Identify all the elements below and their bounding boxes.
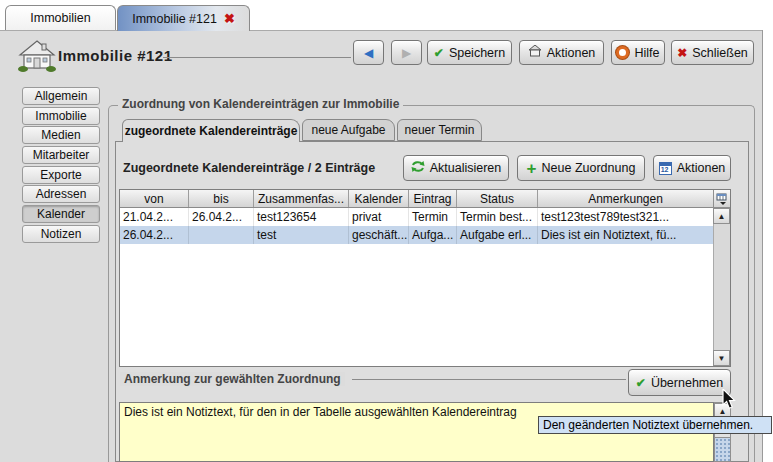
- save-button-label: Speichern: [449, 46, 505, 60]
- column-header-bis[interactable]: bis: [189, 190, 254, 207]
- refresh-icon: [411, 160, 425, 176]
- column-header-status[interactable]: Status: [457, 190, 538, 207]
- cell-anmerkungen: test123test789test321...: [538, 208, 713, 226]
- back-button[interactable]: ◀: [353, 40, 384, 65]
- table-header-row: von bis Zusammenfas... Kalender Eintrag …: [120, 190, 713, 208]
- close-button-label: Schließen: [692, 46, 748, 60]
- cell-eintrag: Termin: [409, 208, 457, 226]
- tab-neuer-termin[interactable]: neuer Termin: [397, 119, 482, 141]
- cell-kalender: geschäft...: [349, 226, 409, 244]
- table-config-icon: [716, 193, 728, 205]
- new-assignment-label: Neue Zuordnung: [542, 161, 636, 175]
- note-section-title: Anmerkung zur gewählten Zuordnung: [120, 372, 345, 386]
- sidebar-label: Mitarbeiter: [33, 148, 90, 162]
- sidebar-item-mitarbeiter[interactable]: Mitarbeiter: [22, 146, 100, 164]
- close-tab-icon[interactable]: ✖: [224, 11, 235, 26]
- sidebar-label: Exporte: [40, 168, 81, 182]
- column-config-button[interactable]: [713, 190, 730, 208]
- calendar-icon: 12: [659, 162, 672, 175]
- sidebar-item-medien[interactable]: Medien: [22, 126, 100, 144]
- inner-tab-label: zugeordnete Kalendereinträge: [125, 124, 298, 138]
- refresh-button[interactable]: Aktualisieren: [403, 155, 509, 181]
- save-button[interactable]: ✔ Speichern: [427, 40, 512, 65]
- mouse-cursor: [722, 389, 737, 413]
- table-row-selected[interactable]: 26.04.2... test geschäft... Aufga... Auf…: [120, 226, 713, 244]
- cell-bis: 26.04.2...: [189, 208, 254, 226]
- check-icon: ✔: [434, 47, 444, 59]
- lifebuoy-icon: [616, 46, 629, 59]
- column-header-kalender[interactable]: Kalender: [349, 190, 409, 207]
- table-actions-label: Aktionen: [677, 161, 726, 175]
- tab-immobilien[interactable]: Immobilien: [5, 5, 116, 30]
- forward-button[interactable]: ▶: [391, 40, 422, 65]
- column-header-eintrag[interactable]: Eintrag: [409, 190, 457, 207]
- tab-neue-aufgabe[interactable]: neue Aufgabe: [302, 119, 395, 141]
- column-header-anmerkungen[interactable]: Anmerkungen: [538, 190, 713, 207]
- note-text: Dies ist ein Notiztext, für den in der T…: [124, 405, 517, 419]
- new-assignment-button[interactable]: + Neue Zuordnung: [517, 155, 645, 181]
- apply-note-label: Übernehmen: [651, 376, 723, 390]
- tab-label: Immobilie #121: [132, 12, 217, 26]
- column-header-von[interactable]: von: [120, 190, 189, 207]
- title-separator: [163, 57, 351, 58]
- cell-eintrag: Aufga...: [409, 226, 457, 244]
- note-section-line: [352, 379, 626, 380]
- scroll-down-button[interactable]: ▼: [713, 350, 730, 366]
- sidebar-item-kalender[interactable]: Kalender: [22, 205, 100, 223]
- house-small-icon: [528, 45, 542, 60]
- sidebar-label: Immobilie: [35, 109, 86, 123]
- refresh-button-label: Aktualisieren: [430, 161, 502, 175]
- table-row[interactable]: 21.04.2... 26.04.2... test123654 privat …: [120, 208, 713, 226]
- check-icon: ✔: [636, 377, 646, 389]
- table-actions-button[interactable]: 12 Aktionen: [653, 155, 731, 181]
- sidebar-item-immobilie[interactable]: Immobilie: [22, 107, 100, 125]
- window-right-border: [762, 30, 763, 462]
- tab-label: Immobilien: [30, 11, 90, 25]
- plus-icon: +: [527, 160, 537, 177]
- close-x-icon: ✖: [677, 47, 687, 59]
- column-header-zusammenfassung[interactable]: Zusammenfas...: [254, 190, 349, 207]
- tooltip: Den geänderten Notiztext übernehmen.: [538, 416, 772, 434]
- application-window: Immobilien Immobilie #121 ✖ Immobilie #1…: [0, 0, 773, 462]
- cell-bis: [189, 226, 254, 244]
- sidebar-label: Medien: [41, 128, 80, 142]
- up-arrow-icon: ▲: [718, 212, 726, 221]
- sidebar-item-allgemein[interactable]: Allgemein: [22, 87, 100, 105]
- page-title: Immobilie #121: [58, 47, 173, 64]
- down-arrow-icon: ▼: [718, 354, 726, 363]
- cell-anmerkungen: Dies ist ein Notiztext, fü...: [538, 226, 713, 244]
- sidebar-label: Adressen: [36, 187, 87, 201]
- cell-von: 26.04.2...: [120, 226, 189, 244]
- help-button[interactable]: Hilfe: [611, 40, 665, 65]
- tooltip-text: Den geänderten Notiztext übernehmen.: [543, 418, 753, 432]
- cell-zusammenfassung: test: [254, 226, 349, 244]
- tab-immobilie-121[interactable]: Immobilie #121 ✖: [117, 5, 250, 31]
- inner-tab-label: neue Aufgabe: [311, 123, 385, 137]
- forward-arrow-icon: ▶: [402, 47, 411, 59]
- tab-zugeordnete-kalendereintraege[interactable]: zugeordnete Kalendereinträge: [122, 119, 300, 142]
- actions-button[interactable]: Aktionen: [519, 40, 604, 65]
- scroll-up-button[interactable]: ▲: [713, 208, 730, 224]
- help-button-label: Hilfe: [634, 46, 659, 60]
- apply-note-button[interactable]: ✔ Übernehmen: [628, 369, 731, 396]
- cell-zusammenfassung: test123654: [254, 208, 349, 226]
- sidebar-label: Allgemein: [35, 89, 88, 103]
- cell-status: Aufgabe erl...: [457, 226, 538, 244]
- calendar-entries-table[interactable]: von bis Zusammenfas... Kalender Eintrag …: [119, 189, 731, 367]
- table-scrollbar[interactable]: [713, 208, 730, 366]
- cell-kalender: privat: [349, 208, 409, 226]
- cell-von: 21.04.2...: [120, 208, 189, 226]
- sidebar-label: Notizen: [41, 227, 82, 241]
- close-button[interactable]: ✖ Schließen: [671, 40, 754, 65]
- note-scrollbar-thumb[interactable]: [714, 437, 731, 462]
- sidebar-label: Kalender: [37, 207, 85, 221]
- inner-tab-label: neuer Termin: [405, 123, 475, 137]
- actions-button-label: Aktionen: [547, 46, 596, 60]
- back-arrow-icon: ◀: [364, 47, 373, 59]
- cell-status: Termin best...: [457, 208, 538, 226]
- groupbox-title: Zuordnung von Kalendereinträgen zur Immo…: [118, 97, 403, 111]
- sidebar-item-exporte[interactable]: Exporte: [22, 166, 100, 184]
- sidebar-item-adressen[interactable]: Adressen: [22, 185, 100, 203]
- sidebar-item-notizen[interactable]: Notizen: [22, 225, 100, 243]
- house-icon: [17, 40, 57, 77]
